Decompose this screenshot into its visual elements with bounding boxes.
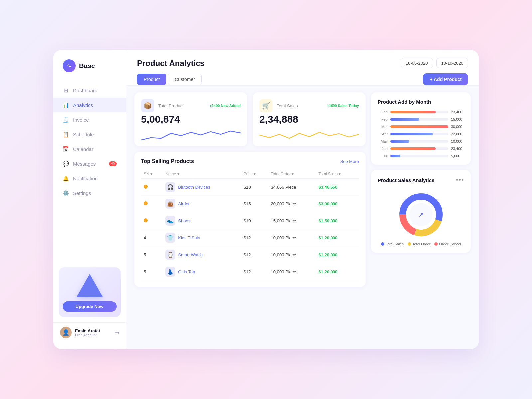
legend-label-sales: Total Sales <box>386 242 404 246</box>
tab-customer[interactable]: Customer <box>168 74 202 85</box>
messages-icon: 💬 <box>63 160 69 167</box>
bar-fill <box>390 125 448 128</box>
bar-fill <box>390 147 436 150</box>
user-name: Easin Arafat <box>75 328 112 333</box>
date-end-button[interactable]: 10-10-2020 <box>436 58 468 68</box>
product-name[interactable]: Girls Top <box>178 269 195 274</box>
sidebar-item-calendar[interactable]: 📅 Calendar <box>53 142 126 156</box>
cell-total-sales: $1,50,000 <box>316 212 359 229</box>
cell-price: $12 <box>241 263 268 280</box>
cell-total-sales: $1,20,000 <box>316 229 359 246</box>
table-row: 5 ⌚ Smart Watch $12 10,000 Piece $1,20,0… <box>141 246 359 263</box>
user-role: Free Account <box>75 333 112 337</box>
cell-sn <box>141 212 163 229</box>
bar-fill <box>390 111 436 113</box>
app-name: Base <box>79 62 95 70</box>
nav-menu: ⊞ Dashboard 📊 Analytics 🧾 Invoice 📋 Sche… <box>53 83 126 200</box>
cell-sn: 4 <box>141 229 163 246</box>
logo-area: ∿ Base <box>53 59 126 83</box>
more-options-icon[interactable]: ••• <box>456 177 464 184</box>
left-panel: 📦 Total Product +1400 New Added 5,00,874 <box>134 92 371 342</box>
stat-label-product: Total Product <box>158 103 184 108</box>
messages-badge: 49 <box>109 161 117 166</box>
bar-month-label: Mar <box>378 125 388 129</box>
donut-card-head: Product Sales Analytics ••• <box>378 177 464 184</box>
stat-value-product: 5,00,874 <box>141 114 241 125</box>
calendar-icon: 📅 <box>63 146 69 152</box>
sidebar-item-messages[interactable]: 💬 Messages 49 <box>53 156 126 171</box>
tab-product[interactable]: Product <box>137 74 166 85</box>
cell-name: 👕 Kids T-Shirt <box>163 229 241 246</box>
cell-price: $12 <box>241 229 268 246</box>
sidebar-item-analytics[interactable]: 📊 Analytics <box>53 98 126 112</box>
cell-total-order: 34,666 Piece <box>268 179 316 196</box>
analytics-icon: 📊 <box>63 102 69 108</box>
bar-value: 30,000 <box>451 125 464 129</box>
donut-container: ↗ Total Sales Total Order <box>378 189 464 246</box>
bar-fill <box>390 155 400 157</box>
sidebar-item-label: Invoice <box>73 117 89 123</box>
cell-price: $10 <box>241 179 268 196</box>
legend-total-sales: Total Sales <box>381 242 404 246</box>
cell-name: 👗 Girls Top <box>163 263 241 280</box>
bar-row: Mar 30,000 <box>378 125 464 129</box>
stat-header-sales: 🛒 Total Sales +1000 Sales Today <box>259 99 359 112</box>
cell-total-order: 10,000 Piece <box>268 263 316 280</box>
bar-month-label: Apr <box>378 132 388 136</box>
sidebar-item-invoice[interactable]: 🧾 Invoice <box>53 112 126 127</box>
sidebar-item-label: Dashboard <box>73 88 97 93</box>
cell-sn <box>141 196 163 212</box>
cell-price: $10 <box>241 212 268 229</box>
cell-total-sales: $1,20,000 <box>316 246 359 263</box>
sidebar-item-schedule[interactable]: 📋 Schedule <box>53 127 126 142</box>
stat-value-sales: 2,34,888 <box>259 114 359 125</box>
sidebar-item-dashboard[interactable]: ⊞ Dashboard <box>53 83 126 98</box>
date-start-button[interactable]: 10-06-2020 <box>401 58 433 68</box>
bar-value: 10,000 <box>451 139 464 143</box>
bar-fill <box>390 140 409 143</box>
bar-track <box>390 140 448 143</box>
product-name[interactable]: Blutooth Devices <box>178 185 210 190</box>
add-product-button[interactable]: + Add Product <box>423 73 468 85</box>
sidebar-item-label: Notification <box>73 176 98 181</box>
bar-row: Apr 22,000 <box>378 132 464 136</box>
cell-name: 👜 Airdot <box>163 196 241 212</box>
upgrade-section: Upgrade Now <box>59 267 121 317</box>
table-card: Top Selling Products See More SN ▾ Name … <box>134 152 366 287</box>
cell-total-order: 10,000 Piece <box>268 246 316 263</box>
stat-badge-sales: +1000 Sales Today <box>327 104 359 108</box>
bar-chart-card: Product Add by Month Jan 23,400 Feb 15,0… <box>371 92 471 165</box>
product-stat-icon: 📦 <box>141 99 154 112</box>
upgrade-button[interactable]: Upgrade Now <box>63 301 117 312</box>
product-name[interactable]: Airdot <box>178 201 189 206</box>
bar-track <box>390 125 448 128</box>
stat-cards: 📦 Total Product +1400 New Added 5,00,874 <box>134 92 366 146</box>
cell-name: 👟 Shoes <box>163 212 241 229</box>
cell-total-sales: $3,46,660 <box>316 179 359 196</box>
content-area: 📦 Total Product +1400 New Added 5,00,874 <box>126 86 479 349</box>
see-more-link[interactable]: See More <box>340 159 359 164</box>
table-row: 👟 Shoes $10 15,000 Piece $1,50,000 <box>141 212 359 229</box>
cell-price: $15 <box>241 196 268 212</box>
bar-row: May 10,000 <box>378 139 464 143</box>
stat-card-total-product: 📦 Total Product +1400 New Added 5,00,874 <box>134 92 247 146</box>
bar-value: 22,000 <box>451 132 464 136</box>
donut-chart-card: Product Sales Analytics ••• <box>371 170 471 253</box>
sidebar-item-settings[interactable]: ⚙️ Settings <box>53 186 126 200</box>
product-name[interactable]: Smart Watch <box>178 252 203 257</box>
stat-badge-product: +1400 New Added <box>210 104 241 108</box>
bar-value: 5,000 <box>451 154 464 158</box>
avatar: 👤 <box>60 327 72 338</box>
bar-value: 23,400 <box>451 110 464 114</box>
donut-center-icon: ↗ <box>409 203 433 226</box>
product-name[interactable]: Shoes <box>178 218 190 223</box>
page-header: Product Analytics 10-06-2020 10-10-2020 <box>137 58 468 68</box>
stat-header-product: 📦 Total Product +1400 New Added <box>141 99 241 112</box>
sidebar-item-notification[interactable]: 🔔 Notification <box>53 171 126 186</box>
bar-fill <box>390 133 433 135</box>
logout-icon[interactable]: ↪ <box>115 330 119 336</box>
notification-icon: 🔔 <box>63 175 69 182</box>
product-thumb: 👜 <box>165 199 175 209</box>
right-panel: Product Add by Month Jan 23,400 Feb 15,0… <box>371 92 471 342</box>
product-name[interactable]: Kids T-Shirt <box>178 235 200 240</box>
